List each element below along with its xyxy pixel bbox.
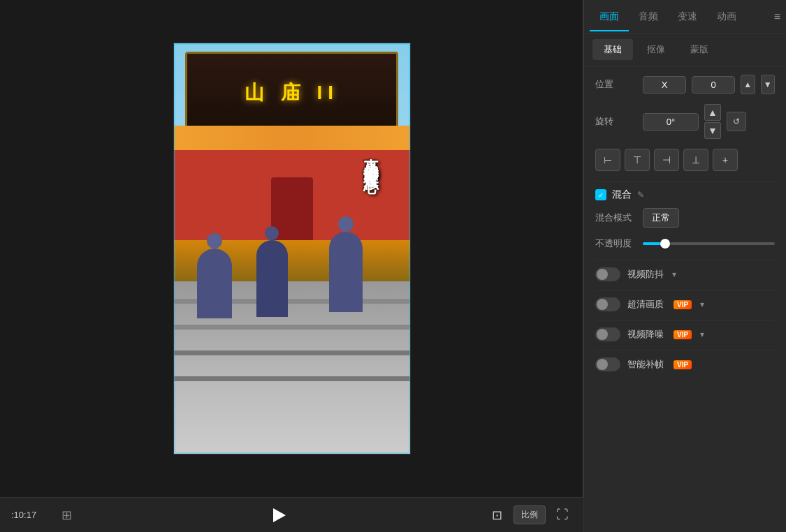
ultra-hd-arrow[interactable]: ▾ [700, 300, 704, 309]
video-noise-knob [597, 329, 608, 340]
video-stabilization-row: 视频防抖 ▾ [595, 267, 775, 281]
step4 [174, 376, 410, 381]
blend-mode-select[interactable]: 正常 [643, 208, 679, 228]
align-right-btn[interactable]: ⊣ [654, 149, 679, 171]
opacity-thumb[interactable] [660, 239, 670, 249]
panel-content: 位置 X 0 ▲ ▼ 旋转 0° ▲ ▼ ↺ ⊢ ⊤ ⊣ ⊥ [584, 66, 786, 532]
preview-canvas: 山 庙 II [0, 0, 583, 497]
video-noise-row: 视频降噪 VIP ▾ [595, 327, 775, 341]
divider5 [595, 350, 775, 350]
video-stabilization-knob [597, 269, 608, 280]
figure2 [256, 240, 288, 317]
align-left-btn[interactable]: ⊢ [595, 149, 620, 171]
figure2-head [265, 226, 279, 240]
position-x-input[interactable]: X [643, 76, 686, 94]
panel-tabs: 画面 音频 变速 动画 ≡ [584, 0, 786, 34]
play-button[interactable] [268, 504, 291, 526]
video-stabilization-arrow[interactable]: ▾ [672, 269, 676, 279]
sign-text: 山 庙 II [245, 80, 339, 106]
divider2 [595, 260, 775, 260]
ratio-button[interactable]: 比例 [514, 505, 546, 524]
tab-speed[interactable]: 变速 [668, 2, 707, 31]
ultra-hd-knob [597, 299, 608, 310]
step3 [174, 350, 410, 355]
smart-crop-toggle[interactable] [595, 357, 620, 371]
sub-tab-basic[interactable]: 基础 [592, 39, 633, 60]
vertical-divider [583, 0, 583, 497]
blend-section-header: ✓ 混合 ✎ [595, 189, 775, 201]
bottom-right-controls: ⊡ 比例 ⛶ [487, 505, 572, 525]
figure1 [197, 249, 232, 318]
rotation-down-btn[interactable]: ▼ [704, 122, 721, 139]
position-label: 位置 [595, 78, 637, 91]
figure1-head [207, 233, 222, 249]
ultra-hd-vip-badge: VIP [674, 300, 692, 309]
blend-title: 混合 [612, 189, 632, 201]
video-stabilization-label: 视频防抖 [627, 268, 664, 281]
video-noise-arrow[interactable]: ▾ [700, 330, 704, 339]
menu-icon[interactable]: ≡ [774, 10, 780, 23]
rotation-extra-btn[interactable]: ↺ [727, 112, 746, 131]
blend-edit-icon[interactable]: ✎ [637, 190, 644, 200]
tab-canvas[interactable]: 画面 [590, 2, 629, 31]
sub-tab-mask[interactable]: 蒙版 [679, 39, 720, 60]
ultra-hd-row: 超清画质 VIP ▾ [595, 297, 775, 311]
figure3 [329, 232, 363, 312]
video-stabilization-toggle[interactable] [595, 267, 620, 281]
smart-crop-knob [597, 359, 608, 370]
rotation-up-btn[interactable]: ▲ [704, 104, 721, 121]
video-noise-toggle[interactable] [595, 327, 620, 341]
align-buttons-row: ⊢ ⊤ ⊣ ⊥ + [595, 149, 775, 171]
figure3-head [338, 216, 354, 232]
align-center-btn[interactable]: + [713, 149, 738, 171]
video-noise-vip-badge: VIP [674, 330, 692, 339]
align-center-h-btn[interactable]: ⊤ [625, 149, 650, 171]
fullscreen-icon[interactable]: ⛶ [553, 505, 572, 525]
focus-icon[interactable]: ⊡ [487, 505, 507, 525]
step2 [174, 325, 410, 330]
blend-mode-row: 混合模式 正常 [595, 208, 775, 228]
sub-tab-keying[interactable]: 抠像 [636, 39, 676, 60]
divider1 [595, 181, 775, 182]
tab-animation[interactable]: 动画 [707, 2, 746, 31]
video-noise-label: 视频降噪 [627, 328, 664, 341]
divider3 [595, 290, 775, 290]
main-area: 山 庙 II [0, 0, 786, 532]
tab-audio[interactable]: 音频 [629, 2, 668, 31]
overlay-text: 真正的修行是修心 [360, 146, 381, 168]
play-triangle [273, 508, 286, 522]
sign-board: 山 庙 II [185, 52, 398, 134]
time-display: :10:17 [11, 510, 53, 520]
opacity-label: 不透明度 [595, 237, 637, 250]
rotation-row: 旋转 0° ▲ ▼ ↺ [595, 104, 775, 139]
right-panel: 画面 音频 变速 动画 ≡ 基础 抠像 蒙版 [583, 0, 786, 532]
ultra-hd-label: 超清画质 [627, 298, 664, 311]
preview-area: 山 庙 II [0, 0, 583, 532]
smart-crop-label: 智能补帧 [627, 358, 664, 371]
ultra-hd-toggle[interactable] [595, 297, 620, 311]
blend-mode-label: 混合模式 [595, 212, 637, 224]
divider4 [595, 320, 775, 320]
grid-icon[interactable]: ⊞ [61, 508, 72, 523]
rotation-label: 旋转 [595, 115, 637, 128]
position-down-btn[interactable]: ▼ [761, 75, 775, 94]
rotation-input[interactable]: 0° [643, 113, 699, 131]
opacity-row: 不透明度 [595, 237, 775, 250]
opacity-slider[interactable] [643, 242, 775, 245]
sub-tabs: 基础 抠像 蒙版 [584, 34, 786, 66]
position-row: 位置 X 0 ▲ ▼ [595, 75, 775, 94]
smart-crop-vip-badge: VIP [674, 360, 692, 369]
align-top-btn[interactable]: ⊥ [683, 149, 708, 171]
position-up-btn[interactable]: ▲ [741, 75, 755, 94]
smart-crop-row: 智能补帧 VIP [595, 357, 775, 371]
bottom-controls: :10:17 ⊞ ⊡ 比例 ⛶ [0, 497, 583, 532]
video-preview: 山 庙 II [173, 43, 411, 455]
position-value-input[interactable]: 0 [692, 76, 735, 94]
blend-checkbox[interactable]: ✓ [595, 189, 606, 200]
